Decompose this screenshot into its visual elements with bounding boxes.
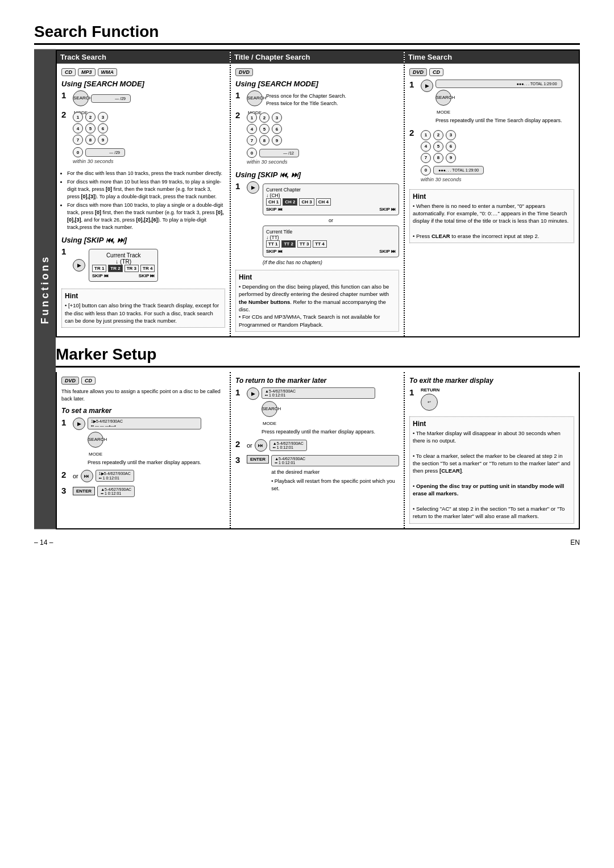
marker-set-step1: 1 ▶ 1▶5-4/627/930AC ▪▪ — — —•—• SEARCHMO… bbox=[61, 418, 225, 466]
skip-icon-marker-2: ⏭ bbox=[81, 470, 93, 482]
time-step1-note: Press repeatedly until the Time Search d… bbox=[435, 117, 562, 124]
play-icon-track: ▶ bbox=[73, 259, 85, 272]
set-marker-title: To set a marker bbox=[61, 407, 225, 415]
marker-disc-icons: DVD CD bbox=[61, 377, 225, 385]
enter-btn-marker: ENTER bbox=[73, 487, 95, 495]
track-skip-title: Using [SKIP ⏮, ⏭] bbox=[61, 236, 225, 244]
wma-badge: WMA bbox=[98, 68, 118, 76]
search-mode-icon-return: SEARCHMODE bbox=[262, 401, 277, 417]
marker-display-2: 1▶5-4/627/930AC ▪▪ 1 0:12:01 bbox=[96, 470, 134, 482]
return-step2: 2 or ⏭ ▲5-4/627/930AC ▪▪ 1 0:12:01 bbox=[235, 439, 399, 452]
exit-hint-text: • The Marker display will disappear in a… bbox=[413, 429, 571, 520]
play-icon-marker-1: ▶ bbox=[73, 418, 85, 430]
exit-marker-title: To exit the marker display bbox=[409, 377, 574, 385]
exit-hint-box: Hint • The Marker display will disappear… bbox=[409, 416, 574, 524]
exit-step1: 1 RETURN ↩ bbox=[409, 387, 574, 411]
time-display-1: ●●●. . . TOTAL 1:29:00 bbox=[435, 80, 562, 88]
time-step2: 2 1 2 3 4 5 6 7 8 9 bbox=[409, 128, 574, 185]
dvdv-badge-time: DVD bbox=[409, 68, 427, 76]
marker-set-col: DVD CD This feature allows you to assign… bbox=[57, 372, 231, 528]
return-display-2: ▲5-4/627/930AC ▪▪ 1 0:12:01 bbox=[269, 440, 307, 451]
marker-display-3: ▲5-4/627/930AC ▪▪ 1 0:12:01 bbox=[97, 486, 135, 497]
play-icon-title: ▶ bbox=[247, 181, 259, 194]
section-title-marker: Marker Setup bbox=[56, 345, 580, 368]
track-disc-icons: CD MP3 WMA bbox=[61, 68, 225, 76]
return-step1: 1 ▶ ▲5-4/627/930AC ▪▪ 1 0:12:01 SEARCHMO… bbox=[235, 387, 399, 436]
no-chapters-note: (If the disc has no chapters) bbox=[263, 260, 399, 265]
track-step1: 1 SEARCHMODE — /29 bbox=[61, 90, 225, 106]
return-marker-title: To return to the marker later bbox=[235, 377, 399, 385]
time-hint-text: • When there is no need to enter a numbe… bbox=[413, 202, 571, 240]
number-buttons-time: 1 2 3 4 5 6 7 8 9 bbox=[421, 130, 574, 163]
number-buttons-track: 1 2 3 4 5 6 7 8 9 bbox=[73, 112, 225, 145]
search-mode-icon-marker: SEARCHMODE bbox=[88, 432, 103, 448]
title-hint-text: • Depending on the disc being played, th… bbox=[239, 283, 396, 328]
enter-btn-return: ENTER bbox=[247, 455, 269, 464]
play-icon-return-1: ▶ bbox=[247, 387, 259, 400]
page-footer: – 14 – EN bbox=[34, 539, 580, 546]
exit-hint-title: Hint bbox=[413, 420, 571, 428]
marker-display-1: 1▶5-4/627/930AC ▪▪ — — —•—• bbox=[88, 418, 201, 429]
title-search-mode-title: Using [SEARCH MODE] bbox=[235, 80, 399, 88]
title-hint-title: Hint bbox=[239, 273, 396, 281]
step-num-2: 2 bbox=[61, 110, 69, 119]
return-display-1: ▲5-4/627/930AC ▪▪ 1 0:12:01 bbox=[262, 387, 375, 399]
track-search-mode-title: Using [SEARCH MODE] bbox=[61, 80, 225, 88]
section-title-search: Search Function bbox=[34, 23, 580, 45]
skip-diagram-track: Current Track↓ (TR) TR 1 TR 2 TR 3 TR 4 … bbox=[89, 249, 158, 282]
marker-set-step2: 2 or ⏭ 1▶5-4/627/930AC ▪▪ 1 0:12:01 bbox=[61, 470, 225, 482]
return-step1-note: Press repeatedly until the marker displa… bbox=[262, 428, 375, 436]
track-search-col: Track Search CD MP3 WMA Using [SEARCH MO… bbox=[57, 51, 231, 336]
title-hint-box: Hint • Depending on the disc being playe… bbox=[235, 270, 399, 332]
time-within-label: within 30 seconds bbox=[421, 177, 574, 182]
return-btn-exit: ↩ bbox=[421, 394, 438, 411]
time-search-header: Time Search bbox=[405, 51, 579, 64]
marker-set-step1-note: Press repeatedly until the marker displa… bbox=[88, 459, 201, 466]
time-search-col: Time Search DVD CD 1 ▶ ●●●. . . TOTAL 1:… bbox=[405, 51, 579, 336]
track-search-header: Track Search bbox=[57, 51, 230, 64]
marker-return-col: To return to the marker later 1 ▶ ▲5-4/6… bbox=[231, 372, 405, 528]
title-step1-note: Press once for the Chapter Search.Press … bbox=[266, 93, 346, 107]
skip-diagram-tt: Current Title↓ (TT) TT 1 TT 2 TT 3 TT 4 … bbox=[263, 226, 399, 257]
cd-badge-time: CD bbox=[429, 68, 443, 76]
step-num-1: 1 bbox=[61, 90, 69, 100]
time-hint-box: Hint • When there is no need to enter a … bbox=[409, 189, 574, 243]
page-lang: EN bbox=[570, 539, 580, 546]
time-disc-icons: DVD CD bbox=[409, 68, 574, 76]
skip-icon-return-2: ⏭ bbox=[255, 439, 267, 452]
marker-set-step3: 3 ENTER ▲5-4/627/930AC ▪▪ 1 0:12:01 bbox=[61, 486, 225, 497]
search-mode-icon-1: SEARCHMODE bbox=[73, 90, 89, 106]
cd-badge-marker: CD bbox=[81, 377, 96, 385]
return-display-3: ▲5-4/627/930AC ▪▪ 1 0:12:01 bbox=[271, 455, 399, 466]
track-display-2: — /29 bbox=[85, 148, 125, 157]
title-skip-title: Using [SKIP ⏮, ⏭] bbox=[235, 170, 399, 179]
track-step2: 2 1 2 3 4 5 6 7 8 9 bbox=[61, 110, 225, 166]
return-playback-note: • Playback will restart from the specifi… bbox=[271, 478, 399, 492]
title-display-2: — /12 bbox=[259, 149, 299, 157]
marker-intro: This feature allows you to assign a spec… bbox=[61, 388, 225, 402]
title-skip-step1: 1 ▶ Current Chapter↓ (CH) CH 1 CH 2 bbox=[235, 181, 399, 265]
title-step2: 2 1 2 3 4 5 6 7 8 9 bbox=[235, 110, 399, 167]
marker-exit-col: To exit the marker display 1 RETURN ↩ bbox=[405, 372, 579, 528]
title-chapter-search-col: Title / Chapter Search DVD Using [SEARCH… bbox=[231, 51, 405, 336]
track-display-1: — /29 bbox=[91, 94, 131, 103]
return-step3: 3 ENTER ▲5-4/627/930AC ▪▪ 1 0:12:01 at t… bbox=[235, 455, 399, 493]
track-hint-text: • [+10] button can also bring the Track … bbox=[65, 302, 222, 324]
title-within-label: within 30 seconds bbox=[247, 159, 399, 165]
dvdv-badge: DVD bbox=[235, 68, 253, 76]
title-chapter-header: Title / Chapter Search bbox=[231, 51, 404, 64]
track-bullets: For the disc with less than 10 tracks, p… bbox=[61, 170, 225, 231]
track-skip-step1: 1 ▶ Current Track↓ (TR) TR 1 TR 2 TR 3 T… bbox=[61, 247, 225, 284]
track-within-label: within 30 seconds bbox=[73, 158, 225, 164]
track-hint-title: Hint bbox=[65, 292, 222, 300]
functions-label: Functions bbox=[34, 49, 56, 529]
track-hint-box: Hint • [+10] button can also bring the T… bbox=[61, 289, 225, 328]
time-step1: 1 ▶ ●●●. . . TOTAL 1:29:00 SEARCHMODE Pr… bbox=[409, 80, 574, 124]
skip-diagram-ch: Current Chapter↓ (CH) CH 1 CH 2 CH 3 CH … bbox=[263, 183, 399, 215]
title-step1: 1 SEARCHMODE Press once for the Chapter … bbox=[235, 90, 399, 107]
dvdv-badge-marker: DVD bbox=[61, 377, 79, 385]
search-mode-icon-title: SEARCHMODE bbox=[247, 90, 263, 106]
number-buttons-title: 1 2 3 4 5 6 7 8 9 bbox=[247, 112, 399, 145]
cd-badge: CD bbox=[61, 68, 76, 76]
time-hint-title: Hint bbox=[413, 193, 571, 201]
